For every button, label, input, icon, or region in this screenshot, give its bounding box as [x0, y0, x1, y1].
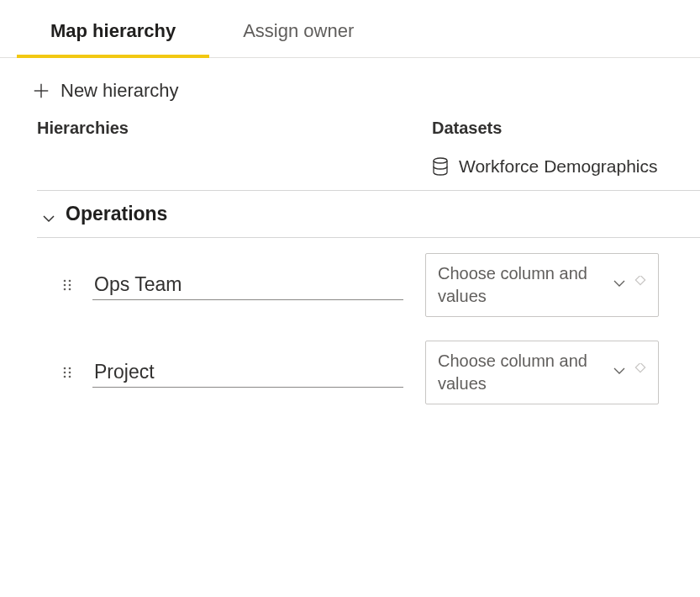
hierarchy-toggle[interactable]: Operations: [0, 191, 700, 237]
svg-point-15: [69, 376, 71, 378]
svg-point-4: [69, 280, 71, 283]
tab-assign-owner[interactable]: Assign owner: [209, 0, 387, 57]
choose-column-dropdown[interactable]: Choose column and values: [425, 253, 659, 317]
svg-point-6: [69, 284, 71, 287]
dropdown-placeholder: Choose column and values: [438, 350, 589, 395]
new-hierarchy-button[interactable]: New hierarchy: [0, 58, 179, 112]
svg-point-10: [64, 367, 66, 370]
dataset-row: Workforce Demographics: [0, 156, 700, 177]
svg-rect-9: [635, 276, 645, 285]
header-hierarchies: Hierarchies: [37, 119, 432, 138]
divider: [37, 237, 700, 238]
svg-rect-16: [635, 363, 645, 372]
level-row: Choose column and values: [37, 341, 700, 404]
tab-bar: Map hierarchy Assign owner: [0, 0, 700, 58]
svg-point-11: [69, 367, 71, 370]
dropdown-icons: [613, 276, 648, 294]
svg-point-2: [434, 158, 447, 163]
level-row: Choose column and values: [37, 253, 700, 317]
dataset-name: Workforce Demographics: [459, 156, 658, 177]
svg-point-3: [64, 280, 66, 283]
header-datasets: Datasets: [432, 119, 700, 138]
levels-list: Choose column and values Choose column a…: [0, 253, 700, 404]
dropdown-icons: [613, 363, 648, 382]
drag-handle-icon[interactable]: [59, 367, 76, 378]
chevron-down-icon: [613, 364, 626, 381]
svg-point-7: [64, 288, 66, 291]
level-name-input[interactable]: [92, 357, 403, 388]
chevron-down-icon: [613, 277, 626, 293]
drag-handle-icon[interactable]: [59, 279, 76, 291]
tab-label: Map hierarchy: [50, 20, 176, 41]
columns-header: Hierarchies Datasets: [0, 119, 700, 138]
svg-point-8: [69, 288, 71, 291]
tab-label: Assign owner: [243, 20, 354, 41]
svg-point-13: [69, 372, 71, 374]
tab-map-hierarchy[interactable]: Map hierarchy: [17, 0, 209, 57]
eraser-icon: [633, 363, 648, 382]
database-icon: [432, 157, 449, 176]
svg-point-12: [64, 372, 66, 374]
plus-icon: [32, 82, 50, 100]
svg-point-14: [64, 376, 66, 378]
chevron-down-icon: [42, 208, 55, 221]
eraser-icon: [633, 276, 648, 294]
new-hierarchy-label: New hierarchy: [61, 80, 179, 102]
choose-column-dropdown[interactable]: Choose column and values: [425, 341, 659, 404]
dropdown-placeholder: Choose column and values: [438, 262, 589, 308]
svg-point-5: [64, 284, 66, 287]
level-name-input[interactable]: [92, 270, 403, 300]
hierarchy-name: Operations: [66, 203, 167, 225]
